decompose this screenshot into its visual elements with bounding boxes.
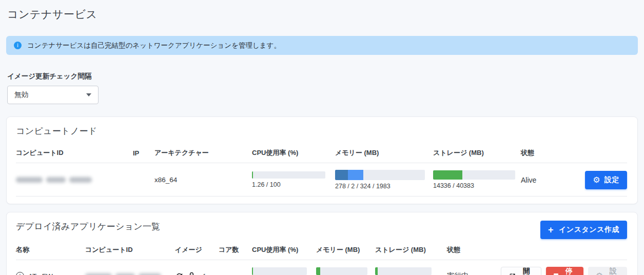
col-cores: コア数 [219,245,252,254]
open-button[interactable]: 開く [501,267,541,275]
col-architecture: アーキテクチャー [154,148,252,158]
col-compute-id: コンピュートID [16,148,133,158]
create-instance-button[interactable]: + インスタンス作成 [540,221,627,239]
cpu-usage-bar [252,171,325,179]
col-memory: メモリー (MB) [316,245,375,254]
compute-id-redacted [85,273,175,275]
storage-usage-bar [433,170,515,180]
app-memory-cell: 164 / 1983 [316,267,375,275]
applications-table-header: 名称 コンピュートID イメージ コア数 CPU使用率 (%) メモリー (MB… [16,245,627,260]
info-banner-text: コンテナサービスは自己完結型のネットワークアプリケーションを管理します。 [27,41,281,50]
storage-usage-label: 14336 / 40383 [433,182,521,189]
memory-usage-label: 278 / 2 / 324 / 1983 [335,183,433,190]
node-settings-button[interactable]: ⚙ 設定 [585,171,627,189]
col-storage: ストレージ (MB) [433,148,521,158]
memory-usage-bar [335,170,425,180]
chevron-down-icon [86,93,91,96]
app-name-cell: i AT-vFW-app [16,272,85,275]
stop-button[interactable]: 停止 [546,267,583,275]
cpu-usage-cell: 1.26 / 100 [252,171,335,188]
col-status: 状態 [447,245,501,254]
stop-icon [554,273,559,275]
lock-icon [187,272,196,275]
image-update-interval-select[interactable]: 無効 [7,86,99,104]
plus-icon: + [548,225,554,234]
application-row: i AT-vFW-app vfw 0.37/100 164 / 1983 [16,260,627,275]
selected-option: 無効 [14,90,28,100]
col-name: 名称 [16,245,85,254]
gear-icon: ⚙ [593,176,600,184]
info-banner: i コンテナサービスは自己完結型のネットワークアプリケーションを管理します。 [6,36,638,55]
app-image-cell: vfw [175,272,219,275]
col-memory: メモリー (MB) [335,148,433,158]
compute-node-card-title: コンピュートノード [16,125,627,137]
gear-icon: ⚙ [596,272,603,275]
node-status: Alive [521,176,582,184]
image-update-interval-label: イメージ更新チェック間隔 [7,72,638,81]
app-cpu-cell: 0.37/100 [252,267,316,275]
memory-usage-cell: 278 / 2 / 324 / 1983 [335,170,433,190]
storage-usage-cell: 14336 / 40383 [433,170,521,189]
col-ip: IP [133,149,154,157]
app-status: 実行中 [447,271,501,275]
col-compute-id: コンピュートID [85,245,175,254]
compute-node-table-header: コンピュートID IP アーキテクチャー CPU使用率 (%) メモリー (MB… [16,148,627,163]
col-storage: ストレージ (MB) [375,245,447,254]
col-cpu: CPU使用率 (%) [252,148,335,158]
cpu-usage-label: 1.26 / 100 [252,181,335,188]
app-name: AT-vFW-app [28,272,67,275]
app-storage-bar [375,267,432,275]
applications-card: デプロイ済みアプリケーション一覧 + インスタンス作成 名称 コンピュートID … [6,212,638,275]
app-storage-cell: 145 / 32768 [375,267,447,275]
col-cpu: CPU使用率 (%) [252,245,316,254]
col-image: イメージ [175,245,219,254]
compute-node-card: コンピュートノード コンピュートID IP アーキテクチャー CPU使用率 (%… [6,116,638,204]
open-in-new-icon [509,272,516,275]
col-status: 状態 [521,148,582,158]
app-image-name: vfw [200,272,210,275]
app-cpu-bar [252,267,307,275]
architecture-value: x86_64 [154,176,252,184]
refresh-icon [175,272,184,275]
page-title: コンテナサービス [7,7,638,22]
compute-id-redacted [16,177,133,183]
applications-card-title: デプロイ済みアプリケーション一覧 [16,221,161,232]
app-settings-button[interactable]: ⚙ 設定 [588,267,627,275]
info-icon: i [14,42,22,49]
info-circle-icon[interactable]: i [16,272,24,275]
compute-node-row: x86_64 1.26 / 100 278 / 2 / 324 / 1983 1… [16,163,627,197]
app-memory-bar [316,267,367,275]
